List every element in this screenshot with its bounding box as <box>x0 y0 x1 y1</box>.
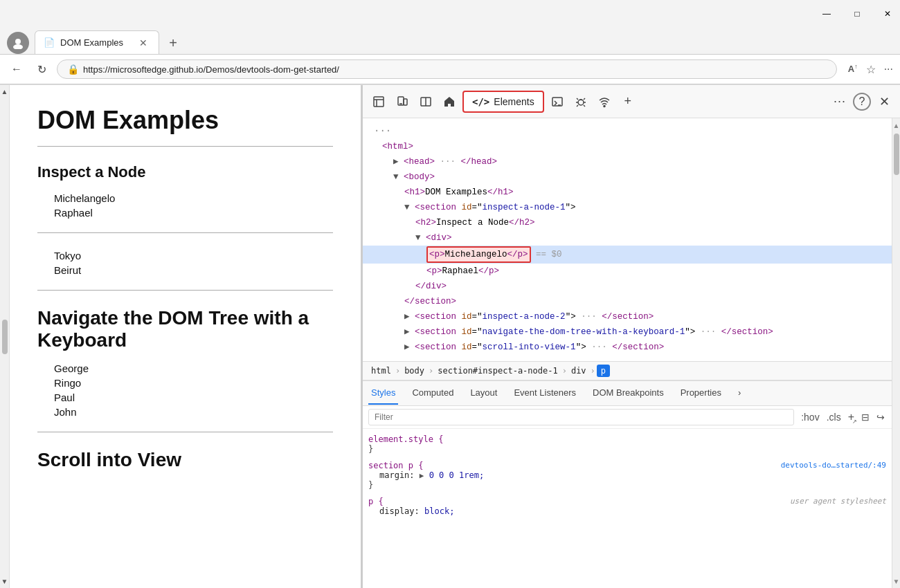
lock-icon: 🔒 <box>67 64 79 75</box>
styles-filter-input[interactable] <box>368 409 794 425</box>
dom-div-tag[interactable]: ▼ <div> <box>363 230 892 246</box>
dom-head-tag[interactable]: ▶ <head> ··· </head> <box>363 154 892 169</box>
console-tab-button[interactable] <box>547 91 568 112</box>
tab-title: DOM Examples <box>60 37 131 48</box>
css-link-section-p[interactable]: devtools-do…started/:49 <box>781 461 886 470</box>
bug-icon <box>575 95 587 108</box>
scroll-down-arrow[interactable]: ▼ <box>1 578 8 585</box>
dom-tree[interactable]: ··· <html> ▶ <head> ··· </head> ▼ <body> <box>363 118 892 361</box>
devtools-close-button[interactable]: ✕ <box>874 91 894 112</box>
devtools-more-button[interactable]: ··· <box>829 91 850 112</box>
tab-more-chevron[interactable]: › <box>735 382 744 405</box>
section-scroll-heading: Scroll into View <box>37 449 333 471</box>
breadcrumb-div[interactable]: div <box>568 365 589 377</box>
scroll-up-arrow[interactable]: ▲ <box>1 88 8 95</box>
tab-properties[interactable]: Properties <box>678 382 724 405</box>
devtools-panel: </> Elements <box>363 85 900 588</box>
close-window-button[interactable]: ✕ <box>882 8 893 19</box>
tab-close-button[interactable]: ✕ <box>136 36 150 50</box>
body-tag: <body> <box>404 172 435 182</box>
devtools-help-button[interactable]: ? <box>853 93 871 111</box>
read-aloud-icon[interactable]: A↑ <box>848 63 858 76</box>
dt-scroll-up[interactable]: ▲ <box>892 118 900 132</box>
dom-h1-tag[interactable]: <h1>DOM Examples</h1> <box>363 185 892 200</box>
dom-h2-tag[interactable]: <h2>Inspect a Node</h2> <box>363 215 892 230</box>
layout-toggle-button[interactable]: ↪ <box>875 410 886 424</box>
dt-scroll-thumb[interactable] <box>894 134 899 175</box>
svg-line-13 <box>577 98 578 100</box>
new-tab-button[interactable]: + <box>162 32 184 54</box>
refresh-button[interactable]: ↻ <box>32 59 51 79</box>
breadcrumb-bar: html › body › section#inspect-a-node-1 ›… <box>363 361 892 380</box>
styles-icon-group: :hov .cls +↗ ⊟ ↪ <box>800 410 886 425</box>
browser-more-icon[interactable]: ··· <box>884 63 893 76</box>
item-paul: Paul <box>54 392 333 403</box>
margin-triangle[interactable]: ▶ <box>420 471 424 480</box>
css-rule-element-style: element.style { } <box>368 434 886 454</box>
inspect-icon <box>372 95 385 108</box>
title-bar-controls: — □ ✕ <box>821 8 893 19</box>
device-emulation-button[interactable] <box>392 91 413 112</box>
dom-ellipsis-row[interactable]: ··· <box>363 122 892 139</box>
css-rule-section-p: section p { devtools-do…started/:49 marg… <box>368 461 886 490</box>
breadcrumb-section[interactable]: section#inspect-a-node-1 <box>435 365 560 377</box>
address-bar: ← ↻ 🔒 https://microsoftedge.github.io/De… <box>0 54 900 84</box>
section-scroll-view: Scroll into View <box>37 449 333 471</box>
title-bar: — □ ✕ <box>0 0 900 28</box>
breadcrumb-html[interactable]: html <box>368 365 394 377</box>
dom-body-tag[interactable]: ▼ <body> <box>363 169 892 185</box>
favorites-icon[interactable]: ☆ <box>866 63 876 76</box>
item-beirut: Beirut <box>54 264 333 276</box>
dom-p-michelangelo[interactable]: <p>Michelangelo</p> == $0 <box>363 246 892 264</box>
active-tab[interactable]: 📄 DOM Examples ✕ <box>35 30 159 54</box>
svg-point-0 <box>15 39 21 44</box>
dom-section-close[interactable]: </section> <box>363 294 892 309</box>
computed-toggle-button[interactable]: ⊟ <box>860 410 871 424</box>
tab-layout[interactable]: Layout <box>467 382 500 405</box>
dom-section-3[interactable]: ▶ <section id="navigate-the-dom-tree-wit… <box>363 324 892 340</box>
tab-styles[interactable]: Styles <box>368 382 398 405</box>
cls-button[interactable]: .cls <box>825 410 843 424</box>
svg-line-17 <box>577 105 578 107</box>
minimize-button[interactable]: — <box>821 8 832 19</box>
address-icons: A↑ ☆ ··· <box>848 63 893 76</box>
network-button[interactable] <box>594 91 615 112</box>
dom-html-tag[interactable]: <html> <box>363 139 892 154</box>
tab-computed[interactable]: Computed <box>409 382 456 405</box>
styles-content: element.style { } section p { devtools-d… <box>363 429 892 588</box>
head-tag: <head> <box>404 157 440 167</box>
section-inspect-heading: Inspect a Node <box>37 163 333 181</box>
elements-tab[interactable]: </> Elements <box>462 91 544 113</box>
add-rule-button[interactable]: +↗ <box>847 410 856 425</box>
dt-scroll-down[interactable]: ▼ <box>892 574 900 588</box>
section1-triangle: ▼ <box>404 203 410 212</box>
item-raphael: Raphael <box>54 207 333 219</box>
hov-button[interactable]: :hov <box>800 410 820 424</box>
dom-section-2[interactable]: ▶ <section id="inspect-a-node-2"> ··· </… <box>363 309 892 324</box>
url-box[interactable]: 🔒 https://microsoftedge.github.io/Demos/… <box>57 59 837 79</box>
dollar-sign-indicator: == $0 <box>536 250 562 259</box>
ellipsis-indicator: ··· <box>374 125 391 136</box>
tab-event-listeners[interactable]: Event Listeners <box>511 382 579 405</box>
body-triangle: ▼ <box>393 172 399 182</box>
css-selector-section-p-row: section p { devtools-do…started/:49 <box>368 461 886 470</box>
breadcrumb-body[interactable]: body <box>402 365 427 377</box>
item-george: George <box>54 362 333 374</box>
add-tab-button[interactable]: + <box>618 91 638 112</box>
tab-dom-breakpoints[interactable]: DOM Breakpoints <box>590 382 667 405</box>
left-scrollbar[interactable]: ▲ ▼ <box>0 85 10 588</box>
profile-avatar[interactable] <box>7 32 29 54</box>
breadcrumb-p[interactable]: p <box>597 365 610 377</box>
back-button[interactable]: ← <box>7 59 26 79</box>
split-pane-button[interactable] <box>415 91 436 112</box>
dom-p-raphael[interactable]: <p>Raphael</p> <box>363 264 892 279</box>
dom-section-4[interactable]: ▶ <section id="scroll-into-view-1"> ··· … <box>363 340 892 355</box>
css-prop-display: display: block; <box>368 506 886 516</box>
home-button[interactable] <box>439 91 460 112</box>
dom-div-close[interactable]: </div> <box>363 279 892 294</box>
devtools-scrollbar[interactable]: ▲ ▼ <box>892 118 900 588</box>
dom-section-1-tag[interactable]: ▼ <section id="inspect-a-node-1"> <box>363 200 892 215</box>
maximize-button[interactable]: □ <box>852 8 863 19</box>
bug-button[interactable] <box>570 91 591 112</box>
inspect-element-button[interactable] <box>368 91 389 112</box>
